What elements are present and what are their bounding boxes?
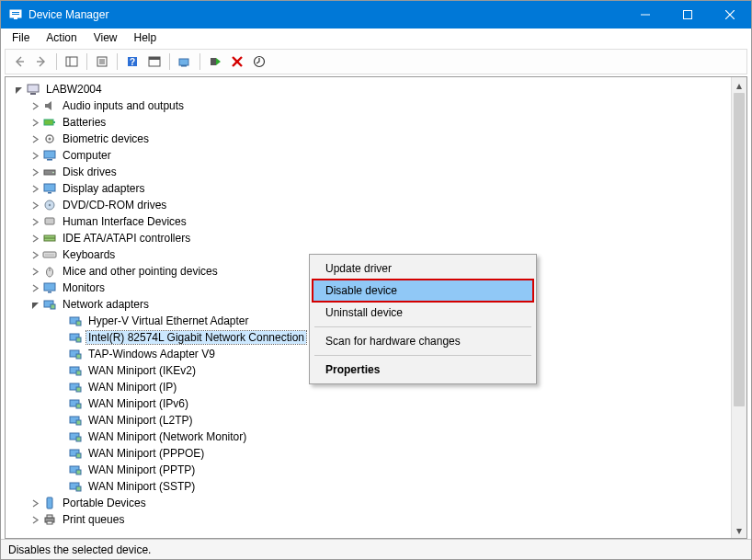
- tree-item-label: WAN Miniport (PPTP): [86, 463, 197, 476]
- tree-category[interactable]: Computer: [6, 147, 731, 164]
- nic-icon: [68, 413, 83, 428]
- nic-icon: [68, 347, 83, 361]
- svg-rect-80: [47, 521, 52, 524]
- chevron-right-icon[interactable]: [28, 198, 42, 212]
- chevron-right-icon[interactable]: [28, 496, 42, 510]
- audio-icon: [42, 98, 57, 113]
- tree-category[interactable]: Portable Devices: [6, 495, 731, 511]
- back-button[interactable]: [9, 51, 29, 72]
- svg-text:?: ?: [130, 57, 135, 67]
- tree-item-network-adapter[interactable]: WAN Miniport (Network Monitor): [6, 429, 731, 445]
- vertical-scrollbar[interactable]: ▴ ▾: [731, 77, 746, 538]
- tree-category[interactable]: Human Interface Devices: [6, 213, 731, 230]
- context-menu-item[interactable]: Update driver: [313, 257, 533, 280]
- svg-rect-33: [47, 159, 52, 161]
- properties-icon[interactable]: [92, 51, 112, 72]
- tree-item-network-adapter[interactable]: WAN Miniport (IPv6): [6, 395, 731, 412]
- tree-item-label: Disk drives: [61, 166, 119, 178]
- tree-category[interactable]: Disk drives: [6, 164, 731, 180]
- menu-file[interactable]: File: [5, 29, 37, 46]
- scroll-up-button[interactable]: ▴: [732, 77, 746, 93]
- help-icon[interactable]: ?: [122, 51, 142, 72]
- tree-item-label: WAN Miniport (Network Monitor): [86, 430, 248, 443]
- enable-device-icon[interactable]: [205, 51, 225, 72]
- portable-icon: [42, 496, 57, 510]
- chevron-right-icon[interactable]: [28, 98, 42, 113]
- forward-button[interactable]: [31, 51, 51, 72]
- maximize-button[interactable]: [667, 1, 709, 29]
- context-menu-item[interactable]: Scan for hardware changes: [313, 330, 533, 352]
- chevron-right-icon[interactable]: [28, 247, 42, 262]
- nic-icon: [68, 463, 83, 477]
- tree-item-network-adapter[interactable]: WAN Miniport (PPTP): [6, 462, 731, 478]
- scroll-track[interactable]: [732, 93, 746, 522]
- computer-root-icon: [26, 82, 40, 97]
- tree-item-network-adapter[interactable]: WAN Miniport (PPPOE): [6, 445, 731, 462]
- update-driver-icon[interactable]: [249, 51, 269, 72]
- tree-item-label: WAN Miniport (L2TP): [86, 414, 195, 427]
- tree-category[interactable]: IDE ATA/ATAPI controllers: [6, 230, 731, 246]
- chevron-right-icon[interactable]: [28, 512, 42, 527]
- chevron-right-icon[interactable]: [28, 181, 42, 196]
- menu-help[interactable]: Help: [127, 29, 165, 46]
- context-menu-item[interactable]: Disable device: [313, 280, 533, 302]
- chevron-right-icon[interactable]: [28, 165, 42, 179]
- svg-rect-79: [47, 515, 52, 518]
- menubar: File Action View Help: [1, 29, 751, 47]
- computer-icon: [42, 148, 57, 163]
- svg-point-39: [49, 204, 51, 206]
- printer-icon: [42, 512, 57, 527]
- tree-category[interactable]: Batteries: [6, 114, 731, 131]
- chevron-right-icon[interactable]: [28, 131, 42, 146]
- close-button[interactable]: [709, 1, 751, 29]
- minimize-button[interactable]: [624, 1, 667, 29]
- chevron-right-icon[interactable]: [28, 280, 42, 295]
- svg-point-46: [49, 254, 50, 255]
- action-icon[interactable]: [144, 51, 165, 72]
- chevron-right-icon[interactable]: [28, 231, 42, 246]
- show-hide-tree-button[interactable]: [62, 51, 82, 72]
- tree-root[interactable]: LABW2004: [6, 81, 731, 97]
- chevron-right-icon[interactable]: [28, 264, 42, 279]
- tree-item-network-adapter[interactable]: WAN Miniport (L2TP): [6, 412, 731, 429]
- nic-icon: [68, 396, 83, 411]
- tree-item-label: IDE ATA/ATAPI controllers: [61, 232, 192, 245]
- monitor-icon: [42, 280, 57, 295]
- svg-rect-19: [149, 57, 160, 60]
- scroll-down-button[interactable]: ▾: [732, 522, 746, 538]
- tree-category[interactable]: Audio inputs and outputs: [6, 97, 731, 114]
- menu-view[interactable]: View: [86, 29, 125, 46]
- network-icon: [42, 297, 57, 312]
- tree-category[interactable]: Biometric devices: [6, 131, 731, 147]
- chevron-right-icon[interactable]: [28, 214, 42, 229]
- svg-rect-56: [76, 321, 81, 326]
- tree-category[interactable]: DVD/CD-ROM drives: [6, 197, 731, 213]
- disable-device-icon[interactable]: [227, 51, 247, 72]
- context-menu-item[interactable]: Uninstall device: [313, 302, 533, 324]
- tree-item-label: TAP-Windows Adapter V9: [86, 348, 217, 360]
- tree-category[interactable]: Print queues: [6, 511, 731, 528]
- scroll-thumb[interactable]: [734, 93, 745, 406]
- context-menu-separator: [314, 326, 531, 327]
- tree-item-network-adapter[interactable]: WAN Miniport (SSTP): [6, 478, 731, 495]
- chevron-down-icon[interactable]: [28, 297, 42, 312]
- tree-item-label: LABW2004: [44, 83, 104, 96]
- tree-item-label: WAN Miniport (IKEv2): [86, 364, 198, 377]
- tree-item-label: Display adapters: [61, 182, 146, 195]
- chevron-down-icon[interactable]: [11, 82, 26, 97]
- tree-category[interactable]: Display adapters: [6, 180, 731, 197]
- context-menu-item[interactable]: Properties: [313, 359, 533, 381]
- svg-rect-51: [44, 283, 55, 291]
- menu-action[interactable]: Action: [39, 29, 84, 46]
- chevron-right-icon[interactable]: [28, 115, 42, 130]
- svg-rect-76: [76, 486, 81, 491]
- tree-item-label: Computer: [61, 149, 113, 162]
- nic-icon: [68, 446, 83, 461]
- mouse-icon: [42, 264, 57, 279]
- scan-hardware-icon[interactable]: [175, 51, 195, 72]
- svg-rect-27: [30, 93, 36, 95]
- svg-rect-77: [47, 497, 52, 509]
- svg-rect-70: [76, 437, 81, 441]
- chevron-right-icon[interactable]: [28, 148, 42, 163]
- svg-rect-62: [76, 371, 81, 375]
